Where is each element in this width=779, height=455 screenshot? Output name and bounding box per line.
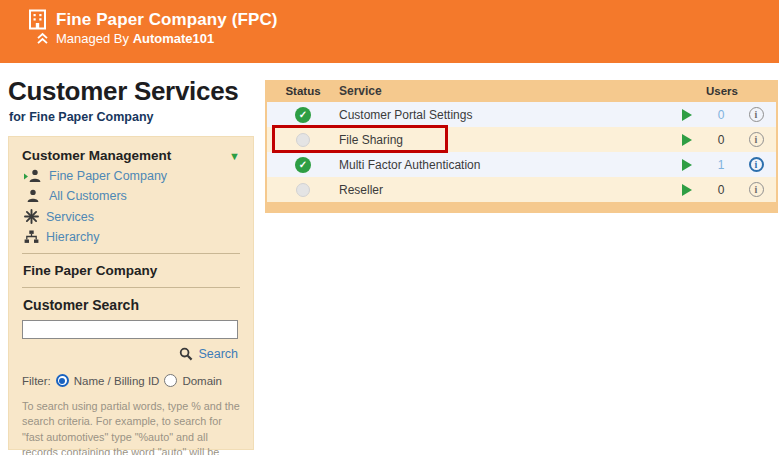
info-icon[interactable]: i xyxy=(749,157,764,172)
info-icon[interactable]: i xyxy=(749,182,764,197)
double-chevron-up-icon[interactable] xyxy=(36,32,49,45)
service-name: Multi Factor Authentication xyxy=(339,158,668,172)
table-row: ✓ Multi Factor Authentication 1 i xyxy=(267,152,776,177)
sidebar-item-label: Services xyxy=(46,210,94,224)
info-icon[interactable]: i xyxy=(749,107,764,122)
sidebar-item-all-customers[interactable]: All Customers xyxy=(24,189,240,203)
status-disabled-icon xyxy=(296,183,310,197)
column-header-service: Service xyxy=(339,84,668,98)
radio-name-billing-id[interactable] xyxy=(56,374,69,387)
divider xyxy=(22,287,240,288)
users-count: 0 xyxy=(706,133,736,147)
services-icon xyxy=(24,209,39,224)
customer-arrow-icon xyxy=(24,169,42,183)
service-name: Reseller xyxy=(339,183,668,197)
hierarchy-icon xyxy=(24,230,39,244)
column-header-status: Status xyxy=(267,85,339,97)
building-icon xyxy=(28,9,47,30)
customer-search-input[interactable] xyxy=(22,320,238,339)
search-button-label: Search xyxy=(198,347,238,361)
service-name: File Sharing xyxy=(339,133,668,147)
launch-service-icon[interactable] xyxy=(682,134,692,146)
sidebar-item-label: Hierarchy xyxy=(46,230,100,244)
page-title: Customer Services xyxy=(8,76,238,107)
sidebar-item-label: All Customers xyxy=(49,189,127,203)
search-icon xyxy=(179,347,193,361)
company-heading: Fine Paper Company xyxy=(23,263,240,278)
filter-option-label[interactable]: Domain xyxy=(182,375,222,387)
table-row: Reseller 0 i xyxy=(267,177,776,202)
company-title: Fine Paper Company (FPC) xyxy=(56,10,278,30)
column-header-users: Users xyxy=(668,85,776,97)
customer-management-panel: Customer Management ▼ Fine Paper Company xyxy=(8,136,254,450)
launch-service-icon[interactable] xyxy=(682,109,692,121)
sidebar-item-hierarchy[interactable]: Hierarchy xyxy=(24,230,240,244)
collapse-caret-icon[interactable]: ▼ xyxy=(229,150,240,162)
sidebar-item-fine-paper-company[interactable]: Fine Paper Company xyxy=(24,169,240,183)
search-help-text: To search using partial words, type % an… xyxy=(22,399,240,455)
status-enabled-icon: ✓ xyxy=(295,107,311,123)
customers-icon xyxy=(24,189,42,203)
filter-option-label[interactable]: Name / Billing ID xyxy=(74,375,160,387)
status-disabled-icon xyxy=(296,133,310,147)
users-count: 0 xyxy=(706,183,736,197)
users-count-link[interactable]: 1 xyxy=(706,158,736,172)
app-header: Fine Paper Company (FPC) Managed By Auto… xyxy=(0,0,779,63)
section-title: Customer Management xyxy=(22,148,171,163)
status-enabled-icon: ✓ xyxy=(295,157,311,173)
launch-service-icon[interactable] xyxy=(682,159,692,171)
service-name: Customer Portal Settings xyxy=(339,108,668,122)
customer-search-heading: Customer Search xyxy=(23,297,240,313)
page-subtitle: for Fine Paper Company xyxy=(9,110,153,124)
sidebar-item-services[interactable]: Services xyxy=(24,209,240,224)
radio-domain[interactable] xyxy=(164,374,177,387)
managed-by-text: Managed By Automate101 xyxy=(56,31,214,46)
table-header-row: Status Service Users xyxy=(267,80,776,102)
sidebar-item-label: Fine Paper Company xyxy=(49,169,167,183)
table-row: File Sharing 0 i xyxy=(267,127,776,152)
table-row: ✓ Customer Portal Settings 0 i xyxy=(267,102,776,127)
info-icon[interactable]: i xyxy=(749,132,764,147)
search-button[interactable]: Search xyxy=(22,347,238,361)
users-count-link[interactable]: 0 xyxy=(706,108,736,122)
divider xyxy=(22,253,240,254)
filter-label: Filter: xyxy=(22,375,51,387)
filter-row: Filter: Name / Billing ID Domain xyxy=(22,374,240,387)
screen: Fine Paper Company (FPC) Managed By Auto… xyxy=(0,0,779,455)
services-table: Status Service Users ✓ Customer Portal S… xyxy=(265,80,778,213)
managed-by-name: Automate101 xyxy=(133,31,215,46)
launch-service-icon[interactable] xyxy=(682,184,692,196)
